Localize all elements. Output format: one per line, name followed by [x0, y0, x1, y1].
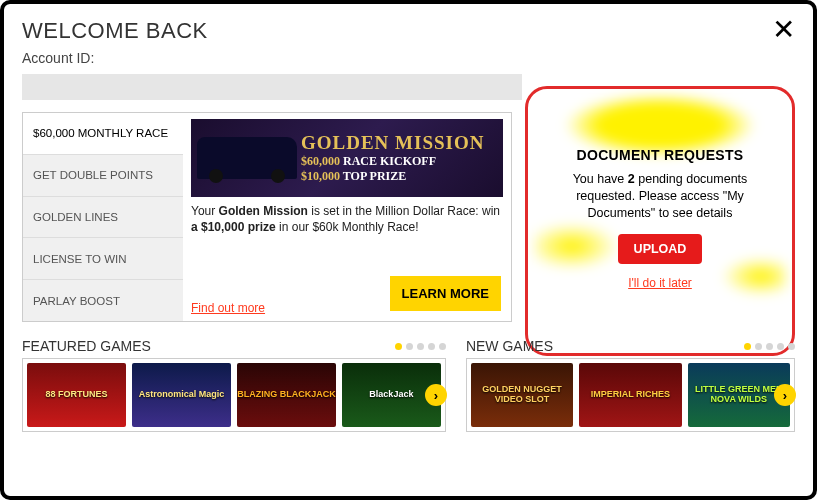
- game-tile[interactable]: Astronomical Magic: [132, 363, 231, 427]
- upload-button[interactable]: UPLOAD: [618, 234, 703, 264]
- featured-next-button[interactable]: ›: [425, 384, 447, 406]
- featured-pagination[interactable]: [395, 343, 446, 350]
- featured-games-title: FEATURED GAMES: [22, 338, 151, 354]
- banner-subtitle-2: $10,000 TOP PRIZE: [301, 169, 484, 184]
- game-tile[interactable]: BLAZING BLACKJACK: [237, 363, 336, 427]
- new-games-title: NEW GAMES: [466, 338, 553, 354]
- promo-tabs: $60,000 MONTHLY RACE GET DOUBLE POINTS G…: [23, 113, 183, 321]
- doc-requests-message: You have 2 pending documents requested. …: [544, 171, 776, 222]
- game-tile[interactable]: 88 FORTUNES: [27, 363, 126, 427]
- do-it-later-link[interactable]: I'll do it later: [628, 276, 692, 290]
- close-icon[interactable]: ✕: [772, 16, 795, 44]
- promo-banner: GOLDEN MISSION $60,000 RACE KICKOFF $10,…: [191, 119, 503, 197]
- new-next-button[interactable]: ›: [774, 384, 796, 406]
- game-tile[interactable]: IMPERIAL RICHES: [579, 363, 681, 427]
- tab-double-points[interactable]: GET DOUBLE POINTS: [23, 155, 183, 197]
- welcome-modal: ✕ WELCOME BACK Account ID: $60,000 MONTH…: [0, 0, 817, 500]
- game-tile[interactable]: GOLDEN NUGGET VIDEO SLOT: [471, 363, 573, 427]
- document-requests-panel: DOCUMENT REQUESTS You have 2 pending doc…: [525, 86, 795, 356]
- promo-content: GOLDEN MISSION $60,000 RACE KICKOFF $10,…: [183, 113, 511, 321]
- tab-monthly-race[interactable]: $60,000 MONTHLY RACE: [23, 113, 183, 155]
- account-id-label: Account ID:: [22, 50, 795, 66]
- banner-title: GOLDEN MISSION: [301, 132, 484, 154]
- car-icon: [197, 137, 297, 179]
- learn-more-button[interactable]: LEARN MORE: [390, 276, 501, 311]
- doc-requests-title: DOCUMENT REQUESTS: [544, 147, 776, 163]
- promo-panel: $60,000 MONTHLY RACE GET DOUBLE POINTS G…: [22, 112, 512, 322]
- new-games-section: NEW GAMES GOLDEN NUGGET VIDEO SLOT IMPER…: [466, 338, 795, 432]
- featured-games-strip: 88 FORTUNES Astronomical Magic BLAZING B…: [22, 358, 446, 432]
- banner-subtitle-1: $60,000 RACE KICKOFF: [301, 154, 484, 169]
- tab-parlay-boost[interactable]: PARLAY BOOST: [23, 280, 183, 321]
- promo-description: Your Golden Mission is set in the Millio…: [191, 203, 503, 235]
- tab-golden-lines[interactable]: GOLDEN LINES: [23, 197, 183, 239]
- account-id-bar: [22, 74, 522, 100]
- page-title: WELCOME BACK: [22, 18, 795, 44]
- new-pagination[interactable]: [744, 343, 795, 350]
- featured-games-section: FEATURED GAMES 88 FORTUNES Astronomical …: [22, 338, 446, 432]
- tab-license-to-win[interactable]: LICENSE TO WIN: [23, 238, 183, 280]
- new-games-strip: GOLDEN NUGGET VIDEO SLOT IMPERIAL RICHES…: [466, 358, 795, 432]
